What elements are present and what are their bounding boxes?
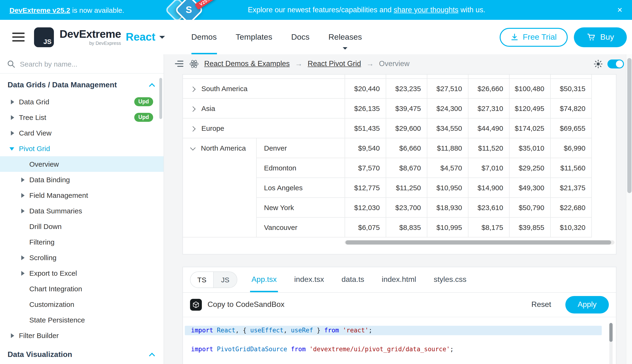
sidebar-item-field-management[interactable]: Field Management (0, 188, 163, 203)
sidebar-item-filtering[interactable]: Filtering (0, 234, 163, 250)
pivot-value-cell[interactable]: $50,315 (550, 78, 591, 98)
pivot-rowlabel-asia[interactable]: Asia (183, 98, 345, 118)
breadcrumb-item-react-pivot-grid[interactable]: React Pivot Grid (308, 60, 361, 68)
pivot-citylabel-los-angeles[interactable]: Los Angeles (256, 178, 345, 197)
sidebar-item-data-grid[interactable]: Data GridUpd (0, 94, 163, 110)
page-scrollbar[interactable] (626, 54, 632, 364)
code-line-3[interactable]: import PivotGridDataSource from 'devextr… (183, 344, 616, 354)
sidebar-section-data-grids-data-management[interactable]: Data Grids / Data Management (0, 74, 163, 94)
pivot-value-cell[interactable]: $12,775 (345, 178, 386, 197)
free-trial-button[interactable]: Free Trial (500, 28, 568, 46)
pivot-value-cell[interactable]: $100,480 (509, 78, 550, 98)
tab-styles-css[interactable]: styles.css (434, 267, 467, 292)
sidebar-item-tree-list[interactable]: Tree ListUpd (0, 110, 163, 125)
sidebar-item-state-persistence[interactable]: State Persistence (0, 312, 163, 328)
pivot-citylabel-new-york[interactable]: New York (256, 197, 345, 217)
pivot-value-cell[interactable]: $8,175 (468, 217, 509, 237)
pivot-value-cell[interactable]: $26,660 (468, 78, 509, 98)
pivot-value-cell[interactable]: $11,880 (427, 138, 468, 158)
pivot-value-cell[interactable]: $174,025 (509, 118, 550, 138)
pivot-citylabel-vancouver[interactable]: Vancouver (256, 217, 345, 237)
nav-item-docs[interactable]: Docs (291, 20, 309, 54)
pivot-value-cell[interactable]: $49,300 (509, 178, 550, 197)
nav-item-releases[interactable]: Releases (328, 20, 362, 54)
toc-icon[interactable] (174, 59, 184, 68)
share-thoughts-link[interactable]: share your thoughts (394, 6, 459, 14)
pivot-value-cell[interactable]: $120,495 (509, 98, 550, 118)
pivot-value-cell[interactable]: $10,995 (427, 217, 468, 237)
pivot-value-cell[interactable]: $35,010 (509, 138, 550, 158)
pivot-rowlabel-europe[interactable]: Europe (183, 118, 345, 138)
brand-home-link[interactable]: JS DevExtreme by DevExpress (25, 27, 121, 47)
pivot-value-cell[interactable]: $10,950 (427, 178, 468, 197)
pivot-value-cell[interactable]: $23,610 (468, 197, 509, 217)
pivot-value-cell[interactable]: $69,655 (550, 118, 591, 138)
banner-close-icon[interactable]: ✕ (617, 6, 622, 13)
framework-chevron-down-icon[interactable] (159, 36, 165, 41)
pivot-value-cell[interactable]: $29,250 (509, 158, 550, 178)
pivot-value-cell[interactable]: $18,930 (427, 197, 468, 217)
tab-index-html[interactable]: index.html (382, 267, 416, 292)
code-line-4[interactable] (183, 354, 616, 363)
sidebar-item-overview[interactable]: Overview (0, 156, 163, 172)
code-scrollbar-thumb[interactable] (609, 323, 613, 342)
pivot-value-cell[interactable]: $34,550 (427, 118, 468, 138)
sidebar-item-scrolling[interactable]: Scrolling (0, 250, 163, 265)
buy-button[interactable]: Buy (574, 27, 627, 47)
pivot-value-cell[interactable]: $11,520 (468, 138, 509, 158)
pivot-value-cell[interactable]: $10,320 (550, 217, 591, 237)
codesandbox-icon[interactable] (190, 298, 202, 310)
nav-item-demos[interactable]: Demos (191, 20, 217, 54)
sidebar-item-customization[interactable]: Customization (0, 296, 163, 312)
pivot-value-cell[interactable]: $11,250 (386, 178, 427, 197)
pivot-value-cell[interactable]: $39,475 (386, 98, 427, 118)
sidebar-item-export-to-excel[interactable]: Export to Excel (0, 265, 163, 281)
pivot-value-cell[interactable]: $6,075 (345, 217, 386, 237)
pivot-rowlabel-south-america[interactable]: South America (183, 78, 345, 98)
sidebar-scrollbar-thumb[interactable] (159, 78, 162, 119)
pivot-value-cell[interactable]: $11,560 (550, 158, 591, 178)
sidebar-section-data-visualization[interactable]: Data Visualization (0, 343, 163, 364)
apply-button[interactable]: Apply (565, 296, 609, 313)
sidebar-item-card-view[interactable]: Card View (0, 125, 163, 141)
pivot-citylabel-edmonton[interactable]: Edmonton (256, 158, 345, 178)
breadcrumb-item-react-demos-examples[interactable]: React Demos & Examples (204, 60, 290, 68)
sidebar-item-chart-integration[interactable]: Chart Integration (0, 281, 163, 296)
pivot-value-cell[interactable]: $50,790 (509, 197, 550, 217)
lang-option-ts[interactable]: TS (190, 272, 214, 287)
sidebar-item-pivot-grid[interactable]: Pivot Grid (0, 141, 163, 156)
pivot-value-cell[interactable]: $4,570 (427, 158, 468, 178)
sidebar-item-filter-builder[interactable]: Filter Builder (0, 328, 163, 343)
code-line-1[interactable]: import React, { useEffect, useRef } from… (185, 326, 602, 335)
pivot-citylabel-denver[interactable]: Denver (256, 138, 345, 158)
pivot-value-cell[interactable]: $23,235 (386, 78, 427, 98)
sidebar-item-data-binding[interactable]: Data Binding (0, 172, 163, 188)
theme-toggle[interactable] (607, 59, 624, 68)
pivot-value-cell[interactable]: $6,990 (550, 138, 591, 158)
pivot-rowlabel-north-america[interactable]: North America (183, 138, 256, 237)
pivot-value-cell[interactable]: $8,835 (386, 217, 427, 237)
pivot-value-cell[interactable]: $12,030 (345, 197, 386, 217)
search-input[interactable] (20, 60, 156, 68)
tab-app-tsx[interactable]: App.tsx (252, 267, 277, 292)
pivot-value-cell[interactable]: $23,700 (386, 197, 427, 217)
pivot-hscroll-thumb[interactable] (346, 240, 611, 244)
code-line-2[interactable] (183, 335, 616, 344)
pivot-value-cell[interactable]: $14,900 (468, 178, 509, 197)
pivot-value-cell[interactable]: $39,855 (509, 217, 550, 237)
page-scrollbar-thumb[interactable] (627, 58, 631, 193)
sidebar-item-data-summaries[interactable]: Data Summaries (0, 203, 163, 218)
pivot-horizontal-scrollbar[interactable] (345, 240, 614, 244)
pivot-value-cell[interactable]: $26,135 (345, 98, 386, 118)
hamburger-menu-icon[interactable] (12, 30, 25, 44)
tab-index-tsx[interactable]: index.tsx (294, 267, 324, 292)
nav-item-templates[interactable]: Templates (236, 20, 272, 54)
pivot-value-cell[interactable]: $22,680 (550, 197, 591, 217)
pivot-value-cell[interactable]: $21,375 (550, 178, 591, 197)
pivot-value-cell[interactable]: $8,670 (386, 158, 427, 178)
pivot-value-cell[interactable]: $6,660 (386, 138, 427, 158)
copy-to-codesandbox-label[interactable]: Copy to CodeSandBox (207, 300, 285, 309)
pivot-value-cell[interactable]: $7,010 (468, 158, 509, 178)
pivot-value-cell[interactable]: $27,510 (427, 78, 468, 98)
pivot-value-cell[interactable]: $9,540 (345, 138, 386, 158)
